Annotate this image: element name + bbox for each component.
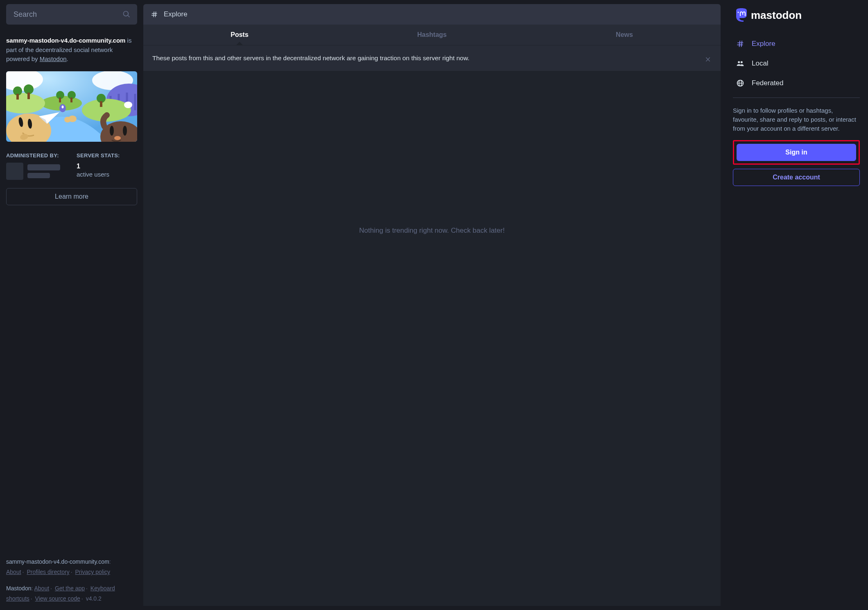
server-hero-image (6, 71, 137, 142)
admin-card[interactable] (6, 163, 60, 180)
sidebar-right: mastodon Explore Local Federated (725, 0, 868, 610)
svg-point-27 (110, 126, 114, 136)
nav-explore-label: Explore (752, 40, 775, 48)
footer-profiles-link[interactable]: Profiles directory (27, 569, 69, 575)
active-users-caption: active users (77, 171, 120, 178)
search-container (6, 4, 137, 25)
info-banner-text: These posts from this and other servers … (152, 54, 698, 63)
stats-block: SERVER STATS: 1 active users (77, 152, 120, 180)
search-icon (122, 10, 131, 18)
footer-server-domain: sammy-mastodon-v4.do-community.com (6, 558, 109, 565)
info-banner: These posts from this and other servers … (143, 45, 721, 71)
server-info-row: ADMINISTERED BY: SERVER STATS: 1 active … (6, 152, 137, 180)
tab-posts[interactable]: Posts (143, 25, 336, 45)
stats-label: SERVER STATS: (77, 152, 120, 159)
signin-block: Sign in to follow profiles or hashtags, … (733, 106, 860, 186)
tab-hashtags[interactable]: Hashtags (336, 25, 528, 45)
nav-local[interactable]: Local (733, 54, 860, 73)
svg-point-28 (123, 126, 127, 136)
mastodon-logo-icon (735, 8, 748, 22)
globe-icon (736, 79, 745, 87)
admin-label: ADMINISTERED BY: (6, 152, 60, 159)
signin-highlight: Sign in (733, 140, 860, 165)
footer-about-link[interactable]: About (6, 569, 21, 575)
admin-avatar (6, 163, 23, 180)
hashtag-icon (151, 11, 158, 18)
svg-point-29 (114, 136, 121, 140)
signin-button[interactable]: Sign in (737, 144, 856, 161)
svg-point-31 (64, 117, 71, 122)
svg-point-25 (124, 102, 132, 108)
app-root: sammy-mastodon-v4.do-community.com is pa… (0, 0, 868, 610)
nav-local-label: Local (752, 59, 769, 68)
server-domain: sammy-mastodon-v4.do-community.com (6, 37, 125, 44)
column-header: Explore (143, 4, 721, 25)
svg-rect-16 (100, 101, 102, 107)
server-description: sammy-mastodon-v4.do-community.com is pa… (6, 36, 137, 64)
active-users-count: 1 (77, 163, 120, 170)
footer-brand: Mastodon (6, 585, 31, 592)
learn-more-button[interactable]: Learn more (6, 188, 137, 205)
logo-text: mastodon (751, 9, 802, 22)
svg-point-32 (738, 12, 739, 13)
svg-point-18 (62, 105, 64, 108)
svg-rect-12 (59, 98, 61, 102)
nav-federated[interactable]: Federated (733, 74, 860, 93)
users-icon (736, 59, 745, 68)
admin-name-placeholder (27, 164, 60, 178)
svg-rect-14 (70, 98, 72, 102)
mastodon-link[interactable]: Mastodon (40, 55, 67, 62)
explore-feed: Nothing is trending right now. Check bac… (143, 71, 721, 606)
footer-getapp-link[interactable]: Get the app (55, 585, 85, 592)
close-icon[interactable] (705, 54, 712, 63)
footer-source-link[interactable]: View source code (35, 595, 80, 602)
create-account-button[interactable]: Create account (733, 169, 860, 186)
empty-message: Nothing is trending right now. Check bac… (359, 227, 504, 235)
hashtag-icon (736, 40, 745, 48)
nav-list: Explore Local Federated (733, 34, 860, 98)
footer-about2-link[interactable]: About (34, 585, 50, 592)
nav-federated-label: Federated (752, 79, 784, 87)
column-title: Explore (164, 10, 188, 18)
footer: sammy-mastodon-v4.do-community.com: Abou… (6, 549, 137, 604)
sidebar-left: sammy-mastodon-v4.do-community.com is pa… (0, 0, 143, 610)
footer-privacy-link[interactable]: Privacy policy (75, 569, 110, 575)
tab-news[interactable]: News (528, 25, 721, 45)
admin-block: ADMINISTERED BY: (6, 152, 60, 180)
nav-explore[interactable]: Explore (733, 34, 860, 53)
logo[interactable]: mastodon (735, 8, 860, 22)
signin-prompt: Sign in to follow profiles or hashtags, … (733, 106, 860, 133)
main-column: Explore Posts Hashtags News These posts … (143, 0, 725, 610)
search-input[interactable] (13, 10, 122, 19)
svg-rect-8 (16, 94, 19, 100)
explore-tabs: Posts Hashtags News (143, 25, 721, 45)
footer-version: v4.0.2 (86, 595, 102, 602)
svg-rect-10 (27, 93, 30, 99)
